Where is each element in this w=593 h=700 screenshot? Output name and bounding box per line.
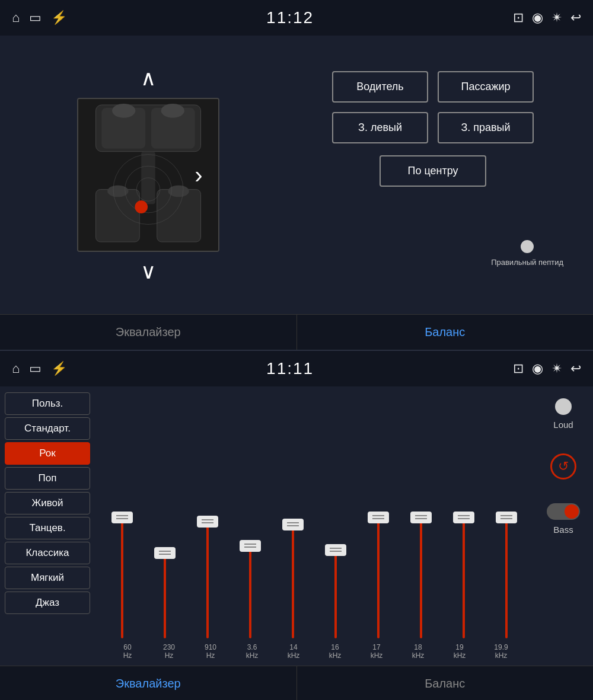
slider-track-8 (463, 517, 465, 638)
center-button[interactable]: По центру (380, 155, 486, 187)
slider-col-7 (403, 496, 439, 638)
home-icon-2[interactable]: ⌂ (12, 361, 20, 376)
top-status-bar: ⌂ ▭ ⚡ 11:12 ⊡ ◉ ✴ ↩ (0, 0, 593, 36)
bottom-time: 11:11 (266, 359, 314, 378)
slider-handle-8[interactable] (453, 512, 474, 523)
slider-track-3 (249, 546, 251, 638)
bottom-panel: ⌂ ▭ ⚡ 11:11 ⊡ ◉ ✴ ↩ Польз.Стандарт.РокПо… (0, 351, 593, 700)
preset-btn-soft[interactable]: Мягкий (5, 567, 90, 589)
screen-icon-2[interactable]: ▭ (29, 361, 42, 376)
slider-handle-0[interactable] (111, 512, 133, 523)
bass-section: Bass (547, 503, 580, 535)
freq-label-8: 19kHz (442, 643, 477, 660)
slider-track-5 (334, 550, 337, 638)
bluetooth-icon-2[interactable]: ✴ (551, 361, 562, 376)
driver-button[interactable]: Водитель (332, 71, 428, 103)
svg-point-14 (135, 200, 148, 213)
bass-label: Bass (553, 525, 573, 535)
preset-btn-live[interactable]: Живой (5, 492, 90, 514)
top-right-icons: ⊡ ◉ ✴ ↩ (513, 10, 581, 25)
arrow-right[interactable]: › (184, 160, 213, 190)
usb-icon: ⚡ (51, 10, 67, 25)
slider-track-2 (206, 522, 209, 638)
slider-col-9 (489, 496, 524, 638)
seat-buttons-grid: Водитель Пассажир З. левый З. правый (332, 71, 534, 143)
freq-label-0: 60Hz (110, 643, 145, 660)
bottom-tab-bar: Эквалайзер Баланс (0, 666, 593, 700)
home-icon[interactable]: ⌂ (12, 10, 20, 25)
slider-handle-6[interactable] (368, 512, 389, 523)
preset-btn-rok[interactable]: Рок (5, 442, 90, 465)
freq-label-3: 3.6kHz (234, 643, 270, 660)
passenger-button[interactable]: Пассажир (438, 71, 534, 103)
balance-indicator: Правильный пептид (491, 240, 563, 267)
top-time: 11:12 (266, 8, 314, 27)
back-icon-2[interactable]: ↩ (570, 361, 581, 376)
freq-label-6: 17kHz (359, 643, 394, 660)
tab-equalizer-bottom[interactable]: Эквалайзер (0, 666, 297, 700)
top-tab-bar: Эквалайзер Баланс (0, 314, 593, 350)
slider-col-2 (190, 496, 225, 638)
slider-track-1 (164, 553, 166, 638)
rear-right-button[interactable]: З. правый (438, 112, 534, 143)
slider-handle-7[interactable] (410, 512, 432, 523)
loud-indicator (555, 398, 572, 415)
slider-handle-1[interactable] (154, 547, 176, 559)
svg-rect-8 (157, 190, 201, 242)
slider-col-8 (446, 496, 482, 638)
bottom-status-bar: ⌂ ▭ ⚡ 11:11 ⊡ ◉ ✴ ↩ (0, 351, 593, 386)
svg-point-5 (161, 104, 184, 118)
freq-label-2: 910Hz (193, 643, 228, 660)
balance-left: ∧ ‹ (12, 47, 285, 302)
screen-icon[interactable]: ▭ (29, 10, 42, 25)
preset-btn-dance[interactable]: Танцев. (5, 517, 90, 539)
slider-handle-9[interactable] (496, 512, 517, 523)
preset-btn-pop[interactable]: Поп (5, 467, 90, 490)
rear-left-button[interactable]: З. левый (332, 112, 428, 143)
slider-handle-5[interactable] (325, 544, 346, 556)
preset-btn-jazz[interactable]: Джаз (5, 592, 90, 614)
arrow-up[interactable]: ∧ (133, 63, 163, 93)
freq-label-5: 16kHz (317, 643, 353, 660)
slider-handle-3[interactable] (240, 540, 261, 552)
top-left-icons: ⌂ ▭ ⚡ (12, 10, 67, 25)
slider-col-1 (147, 496, 183, 638)
bottom-left-icons: ⌂ ▭ ⚡ (12, 361, 67, 376)
location-icon-2[interactable]: ◉ (532, 361, 543, 376)
arrow-down[interactable]: ∨ (133, 257, 163, 286)
tab-balance-top[interactable]: Баланс (297, 315, 594, 350)
tab-balance-bottom[interactable]: Баланс (297, 666, 594, 700)
slider-track-0 (121, 517, 123, 638)
preset-btn-standart[interactable]: Стандарт. (5, 417, 90, 440)
freq-label-7: 18kHz (400, 643, 436, 660)
back-icon[interactable]: ↩ (570, 10, 581, 25)
freq-label-9: 19.9kHz (483, 643, 519, 660)
cast-icon-2[interactable]: ⊡ (513, 361, 524, 376)
bluetooth-icon[interactable]: ✴ (551, 10, 562, 25)
freq-label-1: 230Hz (151, 643, 187, 660)
slider-col-0 (104, 496, 140, 638)
slider-handle-4[interactable] (282, 519, 304, 530)
reset-button[interactable]: ↺ (550, 453, 576, 480)
preset-btn-polz[interactable]: Польз. (5, 392, 90, 415)
svg-rect-7 (96, 190, 140, 242)
usb-icon-2: ⚡ (51, 361, 67, 376)
center-btn-row: По центру (332, 153, 534, 187)
slider-track-9 (505, 517, 508, 638)
svg-point-4 (112, 104, 135, 118)
balance-dot (521, 240, 534, 253)
slider-col-5 (318, 496, 353, 638)
freq-label-4: 14kHz (276, 643, 311, 660)
location-icon[interactable]: ◉ (532, 10, 543, 25)
tab-equalizer-top[interactable]: Эквалайзер (0, 315, 297, 350)
slider-track-6 (377, 517, 380, 638)
slider-track-7 (420, 517, 422, 638)
sliders-row (101, 398, 528, 638)
cast-icon[interactable]: ⊡ (513, 10, 524, 25)
slider-col-4 (275, 496, 311, 638)
bass-toggle[interactable] (547, 503, 580, 520)
slider-track-4 (292, 525, 294, 638)
slider-handle-2[interactable] (197, 516, 218, 528)
preset-btn-classic[interactable]: Классика (5, 542, 90, 564)
eq-content: Польз.Стандарт.РокПопЖивойТанцев.Классик… (0, 386, 593, 666)
